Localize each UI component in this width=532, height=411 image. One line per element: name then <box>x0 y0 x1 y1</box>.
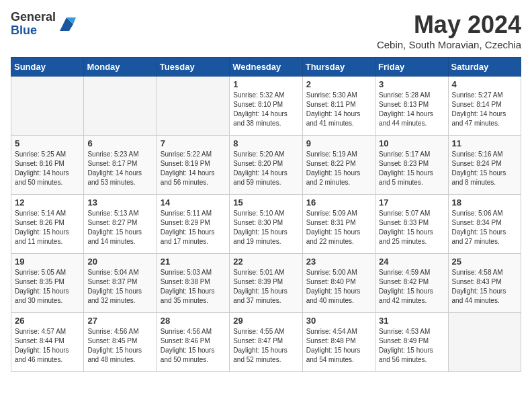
day-content: Sunrise: 5:28 AM Sunset: 8:13 PM Dayligh… <box>379 91 444 128</box>
day-number: 24 <box>379 257 444 267</box>
day-content: Sunrise: 5:14 AM Sunset: 8:26 PM Dayligh… <box>15 209 80 246</box>
day-number: 14 <box>161 197 226 208</box>
day-content: Sunrise: 5:10 AM Sunset: 8:30 PM Dayligh… <box>233 209 298 246</box>
day-content: Sunrise: 4:55 AM Sunset: 8:47 PM Dayligh… <box>233 327 298 365</box>
day-number: 20 <box>87 257 152 267</box>
calendar-cell <box>84 77 157 136</box>
calendar-cell: 3Sunrise: 5:28 AM Sunset: 8:13 PM Daylig… <box>375 77 448 136</box>
day-number: 12 <box>15 197 80 208</box>
day-number: 16 <box>306 197 371 208</box>
day-number: 5 <box>15 138 80 148</box>
calendar-cell <box>157 77 229 136</box>
calendar-cell: 4Sunrise: 5:27 AM Sunset: 8:14 PM Daylig… <box>448 77 521 136</box>
day-content: Sunrise: 4:56 AM Sunset: 8:45 PM Dayligh… <box>87 327 152 365</box>
day-content: Sunrise: 5:16 AM Sunset: 8:24 PM Dayligh… <box>452 150 517 187</box>
weekday-header-friday: Friday <box>375 58 448 77</box>
logo-general: General <box>11 11 56 24</box>
calendar-cell: 27Sunrise: 4:56 AM Sunset: 8:45 PM Dayli… <box>84 313 157 372</box>
day-number: 21 <box>161 257 226 267</box>
day-content: Sunrise: 4:58 AM Sunset: 8:43 PM Dayligh… <box>452 268 517 306</box>
day-content: Sunrise: 5:06 AM Sunset: 8:34 PM Dayligh… <box>452 209 517 246</box>
day-content: Sunrise: 5:01 AM Sunset: 8:39 PM Dayligh… <box>233 268 298 306</box>
day-number: 31 <box>379 316 444 326</box>
page-header: General Blue May 2024 Cebin, South Morav… <box>11 11 521 50</box>
calendar-cell: 24Sunrise: 4:59 AM Sunset: 8:42 PM Dayli… <box>375 254 448 313</box>
logo-blue: Blue <box>11 24 56 38</box>
day-content: Sunrise: 5:25 AM Sunset: 8:16 PM Dayligh… <box>15 150 80 187</box>
day-number: 28 <box>161 316 226 326</box>
day-content: Sunrise: 4:56 AM Sunset: 8:46 PM Dayligh… <box>161 327 226 365</box>
day-content: Sunrise: 5:27 AM Sunset: 8:14 PM Dayligh… <box>452 91 517 128</box>
day-number: 11 <box>452 138 517 148</box>
calendar-cell: 8Sunrise: 5:20 AM Sunset: 8:20 PM Daylig… <box>230 136 302 195</box>
day-number: 25 <box>452 257 517 267</box>
calendar-cell: 16Sunrise: 5:09 AM Sunset: 8:31 PM Dayli… <box>302 195 375 254</box>
calendar-cell: 17Sunrise: 5:07 AM Sunset: 8:33 PM Dayli… <box>375 195 448 254</box>
calendar-week-row: 1Sunrise: 5:32 AM Sunset: 8:10 PM Daylig… <box>11 77 521 136</box>
day-number: 29 <box>233 316 298 326</box>
calendar-cell <box>11 77 84 136</box>
calendar-cell: 28Sunrise: 4:56 AM Sunset: 8:46 PM Dayli… <box>157 313 229 372</box>
day-content: Sunrise: 5:20 AM Sunset: 8:20 PM Dayligh… <box>233 150 298 187</box>
calendar-cell: 12Sunrise: 5:14 AM Sunset: 8:26 PM Dayli… <box>11 195 84 254</box>
calendar-cell: 7Sunrise: 5:22 AM Sunset: 8:19 PM Daylig… <box>157 136 229 195</box>
day-number: 7 <box>161 138 226 148</box>
calendar-cell: 13Sunrise: 5:13 AM Sunset: 8:27 PM Dayli… <box>84 195 157 254</box>
calendar-cell: 19Sunrise: 5:05 AM Sunset: 8:35 PM Dayli… <box>11 254 84 313</box>
calendar-cell: 11Sunrise: 5:16 AM Sunset: 8:24 PM Dayli… <box>448 136 521 195</box>
calendar-cell <box>448 313 521 372</box>
calendar-cell: 9Sunrise: 5:19 AM Sunset: 8:22 PM Daylig… <box>302 136 375 195</box>
day-number: 23 <box>306 257 371 267</box>
calendar-cell: 18Sunrise: 5:06 AM Sunset: 8:34 PM Dayli… <box>448 195 521 254</box>
day-number: 2 <box>306 79 371 89</box>
calendar-cell: 31Sunrise: 4:53 AM Sunset: 8:49 PM Dayli… <box>375 313 448 372</box>
day-content: Sunrise: 5:30 AM Sunset: 8:11 PM Dayligh… <box>306 91 371 128</box>
logo-icon <box>57 15 76 34</box>
calendar-cell: 26Sunrise: 4:57 AM Sunset: 8:44 PM Dayli… <box>11 313 84 372</box>
day-number: 15 <box>233 197 298 208</box>
day-content: Sunrise: 4:53 AM Sunset: 8:49 PM Dayligh… <box>379 327 444 365</box>
calendar-cell: 23Sunrise: 5:00 AM Sunset: 8:40 PM Dayli… <box>302 254 375 313</box>
day-number: 13 <box>87 197 152 208</box>
calendar-cell: 15Sunrise: 5:10 AM Sunset: 8:30 PM Dayli… <box>230 195 302 254</box>
day-number: 3 <box>379 79 444 89</box>
calendar-week-row: 12Sunrise: 5:14 AM Sunset: 8:26 PM Dayli… <box>11 195 521 254</box>
day-content: Sunrise: 5:03 AM Sunset: 8:38 PM Dayligh… <box>161 268 226 306</box>
weekday-header-saturday: Saturday <box>448 58 521 77</box>
calendar-week-row: 19Sunrise: 5:05 AM Sunset: 8:35 PM Dayli… <box>11 254 521 313</box>
day-content: Sunrise: 5:11 AM Sunset: 8:29 PM Dayligh… <box>161 209 226 246</box>
day-number: 9 <box>306 138 371 148</box>
calendar-cell: 5Sunrise: 5:25 AM Sunset: 8:16 PM Daylig… <box>11 136 84 195</box>
day-content: Sunrise: 5:17 AM Sunset: 8:23 PM Dayligh… <box>379 150 444 187</box>
calendar-week-row: 5Sunrise: 5:25 AM Sunset: 8:16 PM Daylig… <box>11 136 521 195</box>
calendar-cell: 6Sunrise: 5:23 AM Sunset: 8:17 PM Daylig… <box>84 136 157 195</box>
calendar-cell: 10Sunrise: 5:17 AM Sunset: 8:23 PM Dayli… <box>375 136 448 195</box>
day-content: Sunrise: 5:00 AM Sunset: 8:40 PM Dayligh… <box>306 268 371 306</box>
calendar-cell: 21Sunrise: 5:03 AM Sunset: 8:38 PM Dayli… <box>157 254 229 313</box>
day-number: 1 <box>233 79 298 89</box>
title-section: May 2024 Cebin, South Moravian, Czechia <box>377 11 521 50</box>
day-content: Sunrise: 5:09 AM Sunset: 8:31 PM Dayligh… <box>306 209 371 246</box>
day-content: Sunrise: 5:22 AM Sunset: 8:19 PM Dayligh… <box>161 150 226 187</box>
day-content: Sunrise: 5:23 AM Sunset: 8:17 PM Dayligh… <box>87 150 152 187</box>
day-content: Sunrise: 4:57 AM Sunset: 8:44 PM Dayligh… <box>15 327 80 365</box>
calendar-cell: 20Sunrise: 5:04 AM Sunset: 8:37 PM Dayli… <box>84 254 157 313</box>
calendar-table: SundayMondayTuesdayWednesdayThursdayFrid… <box>11 57 521 372</box>
weekday-header-thursday: Thursday <box>302 58 375 77</box>
day-number: 4 <box>452 79 517 89</box>
month-title: May 2024 <box>377 11 521 39</box>
day-number: 6 <box>87 138 152 148</box>
day-content: Sunrise: 5:19 AM Sunset: 8:22 PM Dayligh… <box>306 150 371 187</box>
day-content: Sunrise: 4:54 AM Sunset: 8:48 PM Dayligh… <box>306 327 371 365</box>
day-number: 17 <box>379 197 444 208</box>
day-number: 8 <box>233 138 298 148</box>
calendar-week-row: 26Sunrise: 4:57 AM Sunset: 8:44 PM Dayli… <box>11 313 521 372</box>
calendar-cell: 2Sunrise: 5:30 AM Sunset: 8:11 PM Daylig… <box>302 77 375 136</box>
weekday-header-row: SundayMondayTuesdayWednesdayThursdayFrid… <box>11 58 521 77</box>
day-number: 18 <box>452 197 517 208</box>
calendar-cell: 30Sunrise: 4:54 AM Sunset: 8:48 PM Dayli… <box>302 313 375 372</box>
calendar-cell: 14Sunrise: 5:11 AM Sunset: 8:29 PM Dayli… <box>157 195 229 254</box>
day-content: Sunrise: 5:04 AM Sunset: 8:37 PM Dayligh… <box>87 268 152 306</box>
calendar-cell: 25Sunrise: 4:58 AM Sunset: 8:43 PM Dayli… <box>448 254 521 313</box>
weekday-header-monday: Monday <box>84 58 157 77</box>
